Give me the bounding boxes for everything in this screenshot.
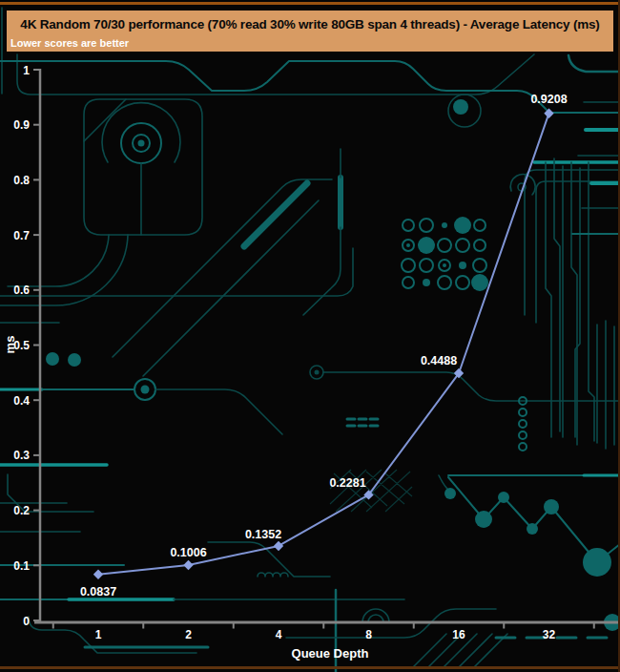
data-point-label: 0.2281 <box>329 476 365 490</box>
latency-line-chart: 00.10.20.30.40.50.60.70.80.9112481632msQ… <box>0 0 620 672</box>
data-point-label: 0.1006 <box>170 546 206 559</box>
series-line <box>98 114 549 575</box>
data-point-marker <box>183 560 193 570</box>
chart-panel: 00.10.20.30.40.50.60.70.80.9112481632msQ… <box>0 0 620 672</box>
y-tick-label: 0.8 <box>13 174 30 187</box>
y-tick-label: 0.2 <box>13 504 30 517</box>
data-point-marker <box>274 541 283 551</box>
data-point-label: 0.9208 <box>530 93 567 106</box>
data-point-marker <box>93 570 103 579</box>
chart-title-bar: 4K Random 70/30 performance (70% read 30… <box>7 10 613 52</box>
data-point-label: 0.4488 <box>421 354 457 368</box>
bottom-border <box>0 666 620 669</box>
data-point-label: 0.1352 <box>245 528 281 541</box>
y-tick-label: 1 <box>23 64 30 77</box>
chart-title: 4K Random 70/30 performance (70% read 30… <box>7 10 613 37</box>
x-tick-label: 4 <box>276 628 282 641</box>
x-tick-label: 16 <box>452 628 465 641</box>
y-tick-label: 0.7 <box>13 229 30 242</box>
y-tick-label: 0 <box>23 615 30 628</box>
data-point-label: 0.0837 <box>80 585 116 598</box>
x-tick-label: 8 <box>365 628 372 641</box>
y-tick-label: 0.3 <box>13 449 30 462</box>
y-tick-label: 0.1 <box>13 559 30 573</box>
x-axis-title: Queue Depth <box>292 646 369 661</box>
y-tick-label: 0.4 <box>13 394 30 408</box>
chart-subtitle: Lower scores are better <box>7 37 613 52</box>
top-border <box>0 2 620 5</box>
x-tick-label: 1 <box>95 628 102 641</box>
y-axis-title: ms <box>3 336 17 354</box>
x-tick-label: 32 <box>543 628 556 641</box>
data-point-marker <box>544 108 553 117</box>
y-tick-label: 0.6 <box>13 284 30 297</box>
x-tick-label: 2 <box>185 628 192 641</box>
y-tick-label: 0.9 <box>13 118 30 132</box>
